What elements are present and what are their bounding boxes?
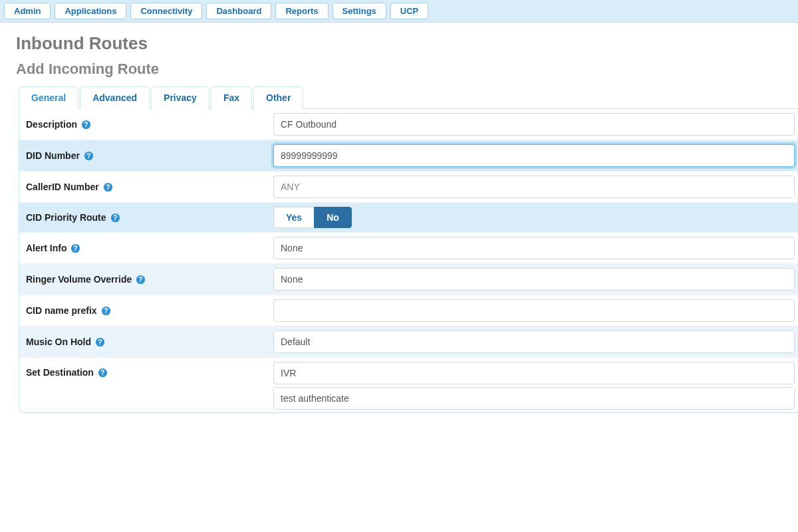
- svg-text:?: ?: [74, 245, 78, 252]
- tab-general[interactable]: General: [19, 86, 78, 109]
- cid-priority-yes-button[interactable]: Yes: [273, 207, 314, 228]
- set-destination-select[interactable]: [273, 362, 795, 384]
- row-cid-priority-route: CID Priority Route ? Yes No: [19, 202, 798, 232]
- help-icon[interactable]: ?: [103, 182, 113, 192]
- cid-name-prefix-input[interactable]: [273, 299, 795, 322]
- set-destination-label: Set Destination: [26, 367, 94, 378]
- row-set-destination: Set Destination ?: [19, 357, 798, 412]
- set-destination-sub-select[interactable]: [273, 387, 795, 410]
- svg-text:?: ?: [139, 276, 143, 283]
- tab-other[interactable]: Other: [253, 86, 303, 109]
- alert-info-label: Alert Info: [26, 243, 66, 253]
- nav-ucp[interactable]: UCP: [390, 3, 428, 19]
- did-number-label: DID Number: [26, 150, 80, 161]
- form-panel: Description ? DID Number ? CallerID Numb…: [19, 108, 798, 413]
- help-icon[interactable]: ?: [81, 120, 91, 130]
- help-icon[interactable]: ?: [98, 368, 108, 378]
- ringer-volume-override-input[interactable]: [273, 268, 795, 291]
- svg-text:?: ?: [106, 184, 110, 191]
- description-input[interactable]: [273, 113, 795, 136]
- music-on-hold-select[interactable]: [273, 331, 795, 353]
- svg-text:?: ?: [100, 369, 104, 376]
- alert-info-input[interactable]: [273, 237, 795, 259]
- nav-dashboard[interactable]: Dashboard: [206, 3, 271, 19]
- tab-advanced[interactable]: Advanced: [80, 86, 150, 109]
- help-icon[interactable]: ?: [84, 151, 94, 161]
- tab-bar: General Advanced Privacy Fax Other: [19, 86, 798, 108]
- help-icon[interactable]: ?: [136, 275, 146, 285]
- help-icon[interactable]: ?: [95, 337, 105, 347]
- svg-text:?: ?: [98, 338, 102, 346]
- svg-text:?: ?: [113, 214, 117, 221]
- cid-priority-route-label: CID Priority Route: [26, 212, 106, 223]
- nav-connectivity[interactable]: Connectivity: [130, 3, 202, 19]
- row-ringer-volume-override: Ringer Volume Override ?: [19, 263, 798, 295]
- svg-text:?: ?: [86, 152, 90, 160]
- row-cid-name-prefix: CID name prefix ?: [19, 295, 798, 326]
- row-music-on-hold: Music On Hold ?: [19, 326, 798, 357]
- cid-priority-no-button[interactable]: No: [314, 207, 352, 228]
- help-icon[interactable]: ?: [110, 213, 120, 223]
- svg-text:?: ?: [104, 307, 108, 315]
- help-icon[interactable]: ?: [70, 243, 80, 253]
- cid-name-prefix-label: CID name prefix: [26, 305, 97, 316]
- nav-settings[interactable]: Settings: [332, 3, 386, 19]
- description-label: Description: [26, 119, 77, 130]
- nav-admin[interactable]: Admin: [4, 3, 51, 19]
- cid-priority-toggle: Yes No: [273, 207, 795, 228]
- tab-fax[interactable]: Fax: [211, 86, 252, 109]
- nav-reports[interactable]: Reports: [275, 3, 328, 19]
- svg-text:?: ?: [84, 121, 88, 128]
- help-icon[interactable]: ?: [101, 306, 111, 316]
- page-subtitle: Add Incoming Route: [16, 61, 798, 78]
- row-callerid-number: CallerID Number ?: [19, 171, 798, 202]
- row-description: Description ?: [19, 109, 798, 140]
- top-nav: Admin Applications Connectivity Dashboar…: [0, 0, 798, 23]
- row-alert-info: Alert Info ?: [19, 232, 798, 263]
- page-title: Inbound Routes: [16, 33, 798, 54]
- row-did-number: DID Number ?: [19, 140, 798, 171]
- tab-privacy[interactable]: Privacy: [151, 86, 209, 109]
- nav-applications[interactable]: Applications: [55, 3, 126, 19]
- ringer-volume-override-label: Ringer Volume Override: [26, 274, 132, 285]
- callerid-number-input[interactable]: [273, 176, 795, 198]
- callerid-number-label: CallerID Number: [26, 182, 99, 192]
- did-number-input[interactable]: [273, 144, 795, 167]
- music-on-hold-label: Music On Hold: [26, 336, 91, 347]
